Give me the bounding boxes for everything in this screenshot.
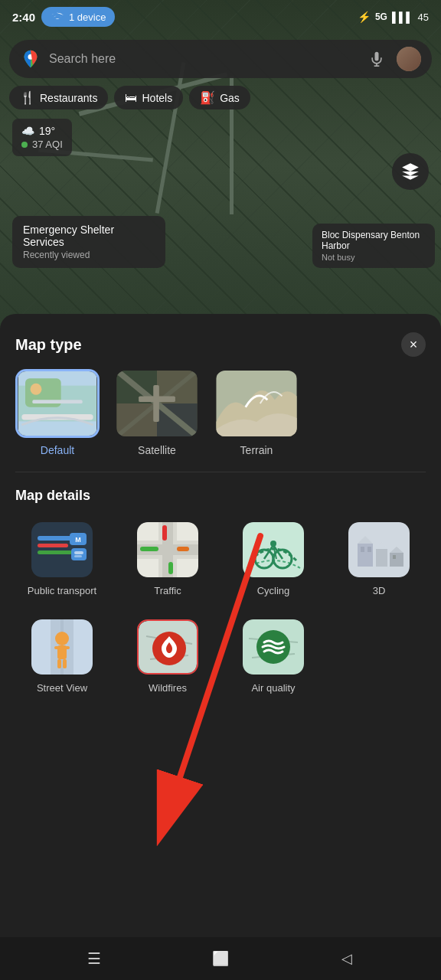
detail-3d[interactable]: 3D: [326, 516, 432, 610]
airquality-thumb: [243, 619, 304, 675]
search-bar[interactable]: Search here: [9, 40, 432, 78]
shelter-title: Emergency Shelter Services: [23, 224, 155, 248]
layers-button[interactable]: [392, 153, 429, 190]
airquality-label: Air quality: [251, 682, 295, 695]
svg-rect-21: [38, 544, 68, 547]
detail-airquality[interactable]: Air quality: [220, 613, 326, 707]
svg-rect-57: [64, 646, 70, 649]
svg-point-54: [55, 632, 69, 645]
sheet-header: Map type ×: [0, 314, 441, 369]
traffic-thumb: [137, 522, 198, 577]
app-root: 2:40 1 device ⚡ 5G ▌▌▌ 45: [0, 0, 441, 980]
battery-label: 45: [418, 11, 429, 23]
terrain-map-thumbnail: [216, 371, 297, 436]
details-grid-row1: M Public transport: [0, 516, 441, 610]
signal-label: 5G: [375, 11, 387, 22]
chip-restaurants[interactable]: 🍴 Restaurants: [9, 86, 108, 109]
map-type-terrain-label: Terrain: [240, 444, 273, 456]
chip-gas[interactable]: ⛽ Gas: [189, 86, 250, 109]
default-map-thumbnail: [18, 371, 97, 436]
temperature: 19°: [39, 125, 55, 137]
location-card-dispensary[interactable]: Bloc Dispensary Benton Harbor Not busy: [312, 224, 435, 268]
map-type-row: Default Satel: [0, 369, 441, 472]
nav-back-button[interactable]: ◁: [336, 948, 358, 969]
map-type-thumb-satellite: [115, 369, 199, 438]
cycling-thumb: [243, 522, 304, 577]
svg-point-40: [270, 541, 276, 547]
bottom-nav: ☰ ⬜ ◁: [0, 937, 441, 980]
traffic-label: Traffic: [154, 585, 181, 598]
hotspot-pill: 1 device: [41, 7, 115, 27]
restaurant-icon: 🍴: [20, 90, 35, 105]
map-details-title: Map details: [0, 472, 441, 516]
map-type-default-label: Default: [41, 444, 74, 456]
airquality-thumbnail: [243, 619, 304, 675]
aqi-dot: [21, 142, 28, 148]
wifi-icon: [51, 10, 64, 24]
svg-rect-56: [54, 646, 60, 649]
layers-icon: [400, 162, 420, 181]
streetview-thumbnail: [31, 619, 93, 675]
mic-icon[interactable]: [364, 47, 389, 71]
svg-rect-35: [162, 525, 167, 541]
chip-gas-label: Gas: [220, 92, 240, 104]
status-left: 2:40 1 device: [12, 7, 115, 27]
svg-rect-27: [74, 555, 82, 557]
status-time: 2:40: [12, 11, 35, 24]
category-chips: 🍴 Restaurants 🛏 Hotels ⛽ Gas: [9, 86, 432, 109]
map-type-terrain[interactable]: Terrain: [214, 369, 299, 456]
chip-hotels[interactable]: 🛏 Hotels: [114, 86, 183, 109]
nav-home-button[interactable]: ⬜: [210, 948, 231, 969]
cloud-icon: ☁️: [21, 125, 34, 137]
chip-hotels-label: Hotels: [142, 92, 172, 104]
aqi-label: 37 AQI: [32, 139, 63, 150]
streetview-label: Street View: [37, 682, 87, 695]
svg-rect-22: [38, 550, 72, 554]
map-area[interactable]: 2:40 1 device ⚡ 5G ▌▌▌ 45: [0, 0, 441, 329]
svg-rect-34: [177, 547, 189, 551]
map-type-thumb-terrain: [214, 369, 299, 438]
map-type-default[interactable]: Default: [15, 369, 100, 456]
home-icon: ⬜: [212, 950, 229, 967]
wildfires-thumbnail: [139, 621, 198, 675]
detail-wildfires[interactable]: Wildfires: [115, 613, 220, 707]
maps-logo-icon: [20, 48, 41, 70]
3d-label: 3D: [373, 585, 386, 598]
dispensary-title: Bloc Dispensary Benton Harbor: [322, 230, 426, 251]
svg-rect-48: [390, 553, 403, 567]
hotspot-label: 1 device: [69, 11, 106, 23]
svg-rect-58: [57, 659, 61, 668]
svg-rect-7: [32, 400, 82, 403]
signal-bars: ▌▌▌: [392, 11, 413, 23]
detail-streetview[interactable]: Street View: [9, 613, 115, 707]
back-icon: ◁: [341, 950, 352, 967]
hotel-icon: 🛏: [125, 91, 137, 105]
wildfires-label: Wildfires: [149, 682, 187, 695]
details-grid-row2: Street View W: [0, 613, 441, 707]
transport-thumbnail: M: [31, 522, 93, 577]
bottom-sheet: Map type ×: [0, 314, 441, 980]
wildfires-thumb: [137, 619, 198, 675]
streetview-thumb: [31, 619, 93, 675]
search-placeholder: Search here: [49, 52, 357, 66]
shelter-sub: Recently viewed: [23, 250, 155, 260]
nav-menu-button[interactable]: ☰: [83, 948, 105, 969]
svg-rect-33: [140, 547, 158, 551]
detail-traffic[interactable]: Traffic: [115, 516, 220, 610]
map-type-satellite[interactable]: Satellite: [115, 369, 199, 456]
svg-rect-50: [393, 555, 396, 559]
status-right: ⚡ 5G ▌▌▌ 45: [358, 11, 429, 23]
close-button[interactable]: ×: [401, 332, 426, 357]
detail-public-transport[interactable]: M Public transport: [9, 516, 115, 610]
bluetooth-icon: ⚡: [358, 11, 371, 23]
menu-icon: ☰: [87, 949, 101, 968]
user-avatar[interactable]: [397, 47, 421, 71]
detail-cycling[interactable]: Cycling: [220, 516, 326, 610]
weather-badge: ☁️ 19° 37 AQI: [12, 119, 72, 156]
chip-restaurants-label: Restaurants: [40, 92, 97, 104]
location-card-shelter[interactable]: Emergency Shelter Services Recently view…: [12, 216, 165, 268]
sheet-title: Map type: [15, 336, 82, 354]
map-type-thumb-default: [15, 369, 100, 438]
transport-thumb: M: [31, 522, 93, 577]
satellite-map-thumbnail: [116, 371, 198, 436]
